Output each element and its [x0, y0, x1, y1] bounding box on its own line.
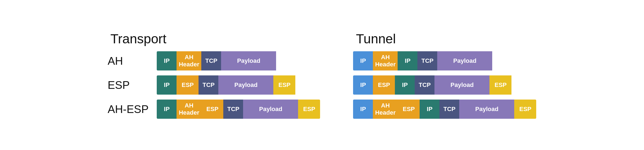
cell-esp-header: ESP	[177, 75, 199, 95]
cell-ip: IP	[157, 51, 177, 70]
transport-ahesp-row: IP AHHeader ESP TCP Payload ESP	[157, 100, 320, 119]
cell-ip: IP	[157, 100, 177, 119]
cell-payload: Payload	[221, 51, 276, 70]
transport-ah-row: IP AHHeader TCP Payload	[157, 51, 320, 70]
transport-section: Transport AH ESP AH-ESP IP AHHeader TCP …	[108, 31, 320, 119]
tunnel-ahesp-row: IP AHHeader ESP IP TCP Payload ESP	[353, 100, 536, 119]
tunnel-diagrams: IP AHHeader IP TCP Payload IP ESP IP TCP…	[353, 51, 536, 119]
cell-tcp: TCP	[201, 51, 221, 70]
cell-payload: Payload	[243, 100, 298, 119]
tunnel-esp-row: IP ESP IP TCP Payload ESP	[353, 75, 536, 95]
cell-ah-header: AHHeader	[177, 100, 201, 119]
cell-ip: IP	[157, 75, 177, 95]
cell-esp-header: ESP	[373, 75, 395, 95]
cell-esp-trailer: ESP	[514, 100, 536, 119]
transport-esp-row: IP ESP TCP Payload ESP	[157, 75, 320, 95]
transport-label-ah: AH	[108, 51, 149, 70]
cell-ah-header: AHHeader	[177, 51, 201, 70]
cell-tcp: TCP	[223, 100, 243, 119]
cell-payload: Payload	[218, 75, 273, 95]
cell-tcp: TCP	[417, 51, 437, 70]
cell-ip-outer: IP	[353, 100, 373, 119]
transport-label-esp: ESP	[108, 75, 149, 95]
transport-title: Transport	[108, 31, 320, 46]
cell-tcp: TCP	[415, 75, 434, 95]
cell-esp-trailer: ESP	[298, 100, 320, 119]
cell-ip-inner: IP	[398, 51, 417, 70]
cell-tcp: TCP	[199, 75, 218, 95]
cell-esp-trailer: ESP	[489, 75, 511, 95]
main-container: Transport AH ESP AH-ESP IP AHHeader TCP …	[97, 26, 547, 124]
cell-ah-header: AHHeader	[373, 51, 398, 70]
tunnel-ah-row: IP AHHeader IP TCP Payload	[353, 51, 536, 70]
cell-ip-inner: IP	[420, 100, 439, 119]
tunnel-title: Tunnel	[353, 31, 536, 46]
tunnel-section: Tunnel IP AHHeader IP TCP Payload IP ESP…	[353, 31, 536, 119]
cell-ip-outer: IP	[353, 75, 373, 95]
cell-esp-header: ESP	[398, 100, 420, 119]
transport-diagrams: IP AHHeader TCP Payload IP ESP TCP Paylo…	[157, 51, 320, 119]
cell-ip-inner: IP	[395, 75, 415, 95]
transport-row-labels: AH ESP AH-ESP	[108, 51, 149, 119]
cell-esp-header: ESP	[201, 100, 223, 119]
cell-payload: Payload	[459, 100, 514, 119]
cell-ip-outer: IP	[353, 51, 373, 70]
cell-payload: Payload	[434, 75, 489, 95]
transport-label-ahesp: AH-ESP	[108, 100, 149, 119]
cell-payload: Payload	[437, 51, 492, 70]
cell-ah-header: AHHeader	[373, 100, 398, 119]
cell-esp-trailer: ESP	[273, 75, 295, 95]
cell-tcp: TCP	[439, 100, 459, 119]
